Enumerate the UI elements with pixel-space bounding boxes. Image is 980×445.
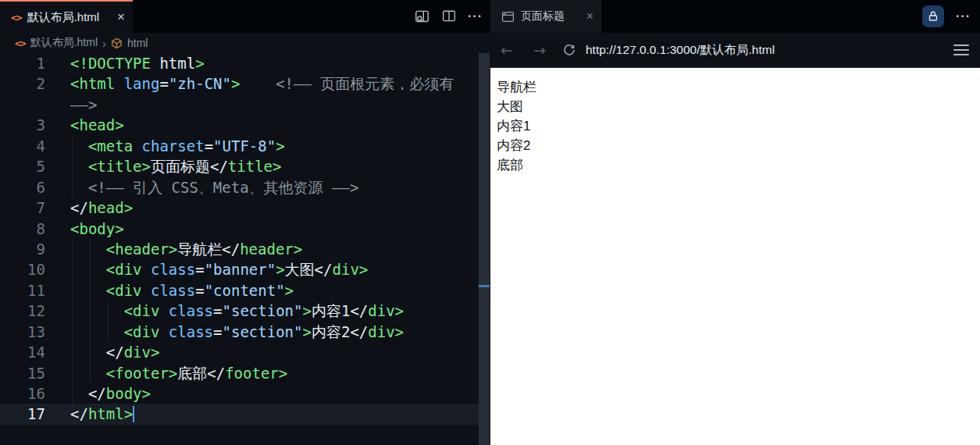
code-text: <div class="content"> <box>45 280 294 301</box>
tab-page-title[interactable]: 页面标题 × <box>490 0 601 33</box>
browser-more-icon[interactable]: ··· <box>956 0 971 33</box>
page-text-line: 底部 <box>497 155 974 175</box>
line-number: 16 <box>0 383 45 404</box>
refresh-button[interactable] <box>562 43 576 57</box>
tab-default-layout-html[interactable]: <> 默认布局.html × <box>0 0 133 33</box>
line-number: 7 <box>0 198 45 218</box>
code-text: <header>导航栏</header> <box>45 239 302 259</box>
line-number: 5 <box>0 156 45 176</box>
code-line[interactable]: 17</html> <box>0 404 479 424</box>
code-line[interactable]: 3<head> <box>0 115 479 135</box>
page-text-line: 导航栏 <box>497 77 974 97</box>
line-number: 4 <box>0 136 45 156</box>
tab-close-icon[interactable]: × <box>117 9 125 25</box>
code-line[interactable]: 2<html lang="zh-CN"> <!—— 页面根元素，必须有 <box>0 73 479 94</box>
code-text: <div class="banner">大图</div> <box>45 259 368 279</box>
symbol-cube-icon <box>111 37 123 49</box>
text-cursor <box>133 406 134 422</box>
more-actions-icon[interactable]: ··· <box>468 9 483 23</box>
code-line[interactable]: 7</head> <box>0 198 479 218</box>
indent-guide <box>90 239 91 383</box>
line-number: 3 <box>0 115 45 135</box>
code-area[interactable]: 1<!DOCTYPE html>2<html lang="zh-CN"> <!—… <box>0 53 479 445</box>
browser-pane: 页面标题 × ··· ← → http://127 <box>490 0 980 445</box>
line-number: 14 <box>0 342 45 362</box>
code-text: </html> <box>45 404 134 424</box>
code-text: <meta charset="UTF-8"> <box>45 136 285 156</box>
code-text: <head> <box>45 115 124 135</box>
code-line[interactable]: ——> <box>0 94 479 115</box>
browser-window-icon <box>501 10 515 23</box>
page-text-line: 内容2 <box>497 136 974 155</box>
code-text: <title>页面标题</title> <box>45 156 282 176</box>
browser-tab-close-icon[interactable]: × <box>586 9 593 23</box>
breadcrumb: <> 默认布局.html › html <box>0 33 490 53</box>
breadcrumb-file[interactable]: 默认布局.html <box>30 36 98 50</box>
indent-guide <box>72 136 73 198</box>
line-number: 11 <box>0 280 45 301</box>
line-number: 12 <box>0 301 45 321</box>
browser-tab-label: 页面标题 <box>521 9 565 23</box>
forward-button[interactable]: → <box>530 41 549 59</box>
line-number: 13 <box>0 322 45 342</box>
line-number: 15 <box>0 363 45 383</box>
browser-toolbar: ← → http://127.0.0.1:3000/默认布局.html <box>490 33 980 68</box>
code-text: ——> <box>45 94 97 115</box>
line-number: 9 <box>0 239 45 259</box>
code-text: </body> <box>45 383 151 404</box>
editor-actions: ··· <box>413 0 483 33</box>
code-text: <div class="section">内容1</div> <box>45 301 404 321</box>
browser-viewport: 导航栏大图内容1内容2底部 <box>490 68 980 445</box>
open-preview-icon[interactable] <box>413 8 430 25</box>
chevron-right-icon: › <box>102 37 106 50</box>
line-number: 6 <box>0 177 45 198</box>
split-editor-icon[interactable] <box>440 8 458 25</box>
browser-tab-bar: 页面标题 × ··· <box>490 0 980 33</box>
html-file-icon: <> <box>11 12 22 23</box>
line-number: 10 <box>0 259 45 279</box>
code-line[interactable]: 8<body> <box>0 219 479 239</box>
line-number: 17 <box>0 404 45 424</box>
editor-tab-bar: <> 默认布局.html × <box>0 0 490 33</box>
editor-pane: <> 默认布局.html × <box>0 0 490 445</box>
breadcrumb-symbol[interactable]: html <box>127 37 148 49</box>
line-number <box>0 94 45 115</box>
indent-guide <box>108 301 109 342</box>
code-text: <footer>底部</footer> <box>45 363 287 383</box>
menu-hamburger-icon[interactable] <box>953 44 969 55</box>
indent-guide <box>72 239 73 404</box>
page-text-line: 大图 <box>497 97 974 116</box>
line-number: 2 <box>0 73 45 94</box>
html-file-icon: <> <box>15 37 26 49</box>
line-number: 8 <box>0 219 45 239</box>
url-input[interactable]: http://127.0.0.1:3000/默认布局.html <box>586 42 775 59</box>
code-line[interactable]: 1<!DOCTYPE html> <box>0 53 479 73</box>
code-text: </div> <box>45 342 159 362</box>
code-text: </head> <box>45 198 133 218</box>
rendered-page: 导航栏大图内容1内容2底部 <box>490 68 980 184</box>
code-text: <!DOCTYPE html> <box>45 53 205 73</box>
tab-label: 默认布局.html <box>27 10 100 25</box>
editor-scrollbar[interactable] <box>479 53 490 445</box>
lock-button[interactable] <box>922 5 944 27</box>
code-text: <body> <box>45 219 124 239</box>
code-text: <div class="section">内容2</div> <box>45 322 404 342</box>
page-text-line: 内容1 <box>497 116 974 136</box>
code-text: <!—— 引入 CSS、Meta、其他资源 ——> <box>45 177 358 198</box>
line-number: 1 <box>0 53 45 73</box>
back-button[interactable]: ← <box>497 41 516 59</box>
scrollbar-decoration <box>479 285 490 287</box>
code-text: <html lang="zh-CN"> <!—— 页面根元素，必须有 <box>45 73 454 94</box>
